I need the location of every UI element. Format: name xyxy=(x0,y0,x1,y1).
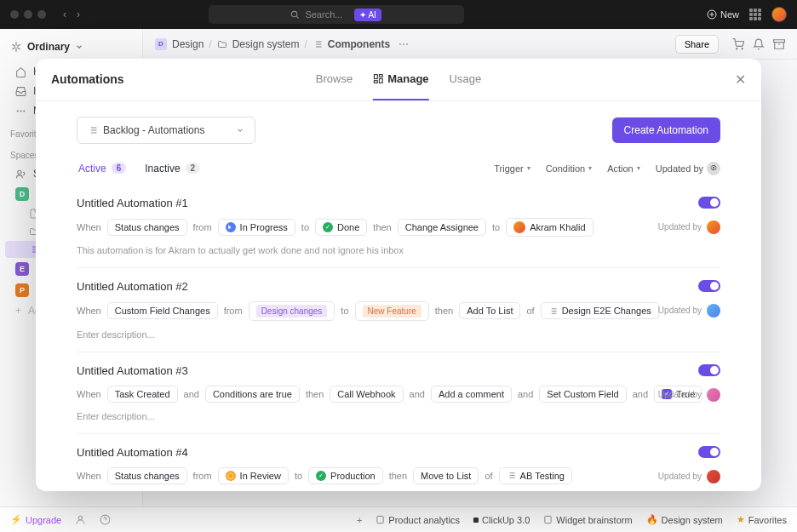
tab-manage[interactable]: Manage xyxy=(373,59,428,101)
automation-title[interactable]: Untitled Automation #1 xyxy=(77,197,188,209)
filter-condition[interactable]: Condition▾ xyxy=(546,163,592,174)
automation-description[interactable]: Enter description... xyxy=(77,411,720,421)
svg-point-6 xyxy=(737,48,737,49)
status-design-system[interactable]: 🔥Design system xyxy=(646,514,723,525)
status-dot-icon: ◯ xyxy=(226,471,236,481)
to-status-chip[interactable]: ✓Production xyxy=(308,467,383,484)
breadcrumb: D Design / Design system / Components ⋯ … xyxy=(143,29,797,60)
updater-avatar[interactable] xyxy=(707,470,720,483)
doc-icon xyxy=(543,515,553,524)
to-field-chip[interactable]: New Feature xyxy=(355,301,429,321)
help-icon[interactable] xyxy=(100,514,111,525)
from-field-chip[interactable]: Design changes xyxy=(249,301,335,321)
assignee-chip[interactable]: Akram Khalid xyxy=(506,218,593,237)
back-button[interactable]: ‹ xyxy=(60,7,70,22)
user-icon[interactable] xyxy=(75,514,86,525)
trigger-chip[interactable]: Status changes xyxy=(107,467,187,484)
automation-title[interactable]: Untitled Automation #3 xyxy=(77,364,188,377)
list-selector[interactable]: Backlog - Automations xyxy=(77,117,255,144)
automation-title[interactable]: Untitled Automation #4 xyxy=(77,446,188,459)
status-favorites[interactable]: ★Favorites xyxy=(737,514,787,525)
status-plus[interactable]: + xyxy=(357,515,362,525)
automation-row: Untitled Automation #1 When Status chang… xyxy=(77,185,720,268)
condition-chip[interactable]: Conditions are true xyxy=(205,386,300,403)
apps-icon[interactable] xyxy=(749,9,761,20)
list-chip[interactable]: Design E2E Changes xyxy=(541,302,659,319)
create-automation-button[interactable]: Create Automation xyxy=(612,117,720,143)
trigger-chip[interactable]: Status changes xyxy=(107,219,187,236)
status-dot-icon: ✓ xyxy=(316,471,326,481)
users-icon xyxy=(15,169,26,180)
home-icon xyxy=(15,66,26,77)
traffic-lights xyxy=(10,10,46,19)
action-chip[interactable]: Change Assignee xyxy=(398,219,486,236)
updater-avatar[interactable] xyxy=(707,304,720,317)
ai-badge[interactable]: ✦ AI xyxy=(354,9,381,21)
bolt-icon: ⚡ xyxy=(10,514,22,525)
automation-row: Untitled Automation #3 When Task Created… xyxy=(77,352,720,434)
trigger-chip[interactable]: Task Created xyxy=(107,386,178,403)
list-icon xyxy=(507,471,516,480)
modal-header: Automations Browse Manage Usage ✕ xyxy=(36,59,761,101)
status-widget[interactable]: Widget brainstorm xyxy=(543,515,632,525)
user-avatar[interactable] xyxy=(771,7,787,22)
status-dot-icon: ⏵ xyxy=(226,222,236,232)
svg-rect-11 xyxy=(545,516,551,523)
svg-point-8 xyxy=(79,516,83,519)
breadcrumb-more-icon[interactable]: ⋯ xyxy=(398,38,409,50)
automation-row: Untitled Automation #4 When Status chang… xyxy=(77,434,720,491)
automation-toggle[interactable] xyxy=(698,280,720,292)
from-status-chip[interactable]: ⏵In Progress xyxy=(218,219,295,236)
from-status-chip[interactable]: ◯In Review xyxy=(218,467,289,484)
square-icon xyxy=(473,518,479,523)
close-button[interactable]: ✕ xyxy=(735,72,746,88)
new-button[interactable]: New xyxy=(707,9,739,20)
breadcrumb-design-system[interactable]: Design system xyxy=(232,38,300,50)
automation-meta: Updated by xyxy=(658,388,720,402)
breadcrumb-design[interactable]: Design xyxy=(172,38,204,50)
breadcrumb-components[interactable]: Components xyxy=(328,38,390,50)
modal-title: Automations xyxy=(51,72,124,86)
bell-icon[interactable] xyxy=(753,38,765,50)
updater-avatar[interactable] xyxy=(707,388,720,402)
action-chip[interactable]: Call Webhook xyxy=(330,386,403,403)
tab-browse[interactable]: Browse xyxy=(316,59,353,101)
cart-icon[interactable] xyxy=(732,38,744,50)
forward-button[interactable]: › xyxy=(73,7,83,22)
dashboard-icon xyxy=(373,73,384,84)
action-chip[interactable]: Set Custom Field xyxy=(539,386,626,403)
automation-toggle[interactable] xyxy=(698,197,720,209)
svg-rect-10 xyxy=(377,516,383,523)
status-product-analytics[interactable]: Product analytics xyxy=(376,515,460,525)
filter-updated-by[interactable]: Updated by⦿ xyxy=(656,162,720,175)
search-placeholder: Search... xyxy=(305,9,342,20)
action-chip[interactable]: Move to List xyxy=(413,467,479,484)
tab-usage[interactable]: Usage xyxy=(450,59,482,101)
global-search[interactable]: Search... ✦ AI xyxy=(209,5,464,24)
filter-trigger[interactable]: Trigger▾ xyxy=(494,163,530,174)
automation-row: Untitled Automation #2 When Custom Field… xyxy=(77,268,720,352)
action-chip[interactable]: Add To List xyxy=(459,302,520,319)
trigger-chip[interactable]: Custom Field Changes xyxy=(107,302,218,319)
automation-description[interactable]: Enter description... xyxy=(77,329,720,340)
action-chip[interactable]: Add a comment xyxy=(431,386,512,403)
list-chip[interactable]: AB Testing xyxy=(499,467,572,484)
automation-description[interactable]: This automation is for Akram to actually… xyxy=(77,245,720,255)
updater-avatar[interactable] xyxy=(707,220,720,234)
share-button[interactable]: Share xyxy=(675,35,719,54)
filter-action[interactable]: Action▾ xyxy=(607,163,640,174)
svg-rect-12 xyxy=(375,74,378,78)
automation-toggle[interactable] xyxy=(698,364,720,376)
svg-rect-15 xyxy=(375,80,378,83)
status-clickup[interactable]: ClickUp 3.0 xyxy=(473,515,530,525)
subtab-active[interactable]: Active6 xyxy=(77,159,128,178)
svg-point-4 xyxy=(24,110,25,111)
to-status-chip[interactable]: ✓Done xyxy=(315,219,367,236)
automation-toggle[interactable] xyxy=(698,446,720,458)
workspace-switcher[interactable]: Ordinary xyxy=(0,36,142,61)
archive-icon[interactable] xyxy=(773,38,785,50)
nav-arrows: ‹ › xyxy=(60,7,83,22)
automation-title[interactable]: Untitled Automation #2 xyxy=(77,280,188,293)
subtab-inactive[interactable]: Inactive2 xyxy=(143,159,202,178)
upgrade-button[interactable]: ⚡Upgrade xyxy=(10,514,61,525)
